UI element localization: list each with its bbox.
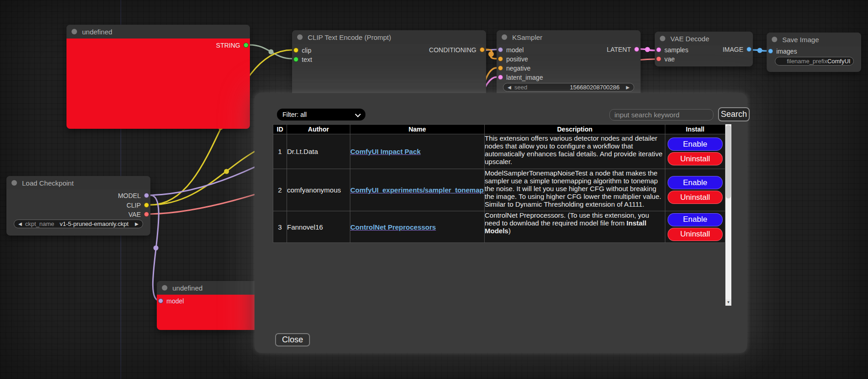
node-title-bar[interactable]: VAE Decode (655, 32, 753, 45)
collapse-dot-icon[interactable] (72, 29, 77, 34)
slot-dot-string[interactable] (243, 43, 249, 48)
node-title: Save Image (782, 36, 819, 44)
slot-dot-images[interactable] (768, 49, 773, 54)
ckpt-name-widget[interactable]: ◀ ckpt_name v1-5-pruned-emaonly.ckpt ▶ (14, 220, 143, 228)
increment-arrow-icon[interactable]: ▶ (135, 222, 138, 226)
enable-button[interactable]: Enable (668, 213, 723, 226)
cell-id: 1 (273, 134, 287, 169)
collapse-dot-icon[interactable] (772, 37, 777, 42)
slot-dot-positive[interactable] (498, 56, 503, 61)
error-node-body (66, 38, 250, 129)
input-slot-model[interactable]: model (498, 47, 524, 53)
table-row: 1Dr.Lt.DataComfyUI Impact PackThis exten… (273, 134, 725, 169)
output-slot-latent[interactable]: LATENT (607, 46, 639, 52)
slot-dot-vae[interactable] (144, 212, 149, 217)
slot-label: IMAGE (723, 46, 743, 53)
node-undefined-top[interactable]: undefined STRING (66, 25, 250, 129)
table-row: 3Fannovel16ControlNet PreprocessorsContr… (273, 211, 725, 243)
cell-description: ModelSamplerTonemapNoiseTest a node that… (485, 169, 665, 211)
node-title: undefined (172, 284, 203, 292)
cell-description: ControlNet Preprocessors. (To use this e… (485, 211, 665, 243)
decrement-arrow-icon[interactable]: ◀ (18, 222, 22, 226)
slot-dot-conditioning[interactable] (480, 47, 485, 52)
extensions-table: IDAuthorNameDescriptionInstall 1Dr.Lt.Da… (273, 124, 725, 243)
input-slot-samples[interactable]: samples (656, 47, 688, 53)
slot-dot-clip[interactable] (293, 48, 299, 53)
widget-name: ckpt_name (25, 220, 55, 227)
cell-name: ControlNet Preprocessors (350, 211, 485, 243)
scrollbar-thumb[interactable] (726, 125, 731, 198)
node-title: VAE Decode (670, 35, 709, 43)
enable-button[interactable]: Enable (668, 137, 723, 151)
slot-label: vae (664, 55, 675, 63)
table-scrollbar[interactable]: ▼ (725, 124, 731, 306)
collapse-dot-icon[interactable] (11, 180, 17, 186)
extension-link[interactable]: ControlNet Preprocessors (350, 223, 436, 231)
input-slot-positive[interactable]: positive (498, 56, 528, 62)
slot-dot-text[interactable] (293, 57, 299, 62)
slot-label: LATENT (607, 46, 631, 53)
slot-dot-image[interactable] (746, 47, 752, 52)
slot-dot-samples[interactable] (656, 47, 661, 52)
node-title-bar[interactable]: undefined (66, 25, 250, 38)
wire-dot (154, 246, 159, 251)
output-slot-conditioning[interactable]: CONDITIONING (429, 47, 485, 53)
node-title-bar[interactable]: KSampler (497, 30, 641, 44)
decrement-arrow-icon[interactable]: ◀ (508, 85, 511, 90)
cell-author: comfyanonymous (287, 169, 350, 211)
table-header-cell: Name (350, 125, 485, 134)
uninstall-button[interactable]: Uninstall (668, 191, 723, 204)
output-slot-vae[interactable]: VAE (128, 211, 149, 217)
input-slot-clip[interactable]: clip (293, 47, 311, 53)
cell-name: ComfyUI_experiments/sampler_tonemap (350, 169, 485, 211)
slot-dot-model[interactable] (144, 193, 149, 198)
node-title-bar[interactable]: Load Checkpoint (6, 176, 150, 190)
input-slot-text[interactable]: text (293, 56, 312, 62)
node-title-bar[interactable]: Save Image (767, 33, 861, 46)
slot-dot-clip[interactable] (144, 203, 149, 208)
output-slot-clip[interactable]: CLIP (127, 202, 149, 208)
slot-dot-model[interactable] (158, 298, 163, 303)
cell-author: Dr.Lt.Data (287, 134, 350, 169)
uninstall-button[interactable]: Uninstall (668, 152, 723, 165)
slot-dot-negative[interactable] (498, 66, 503, 71)
collapse-dot-icon[interactable] (502, 34, 507, 40)
manager-controls: Filter: all Search (277, 108, 750, 122)
node-title: CLIP Text Encode (Prompt) (308, 33, 391, 41)
scrollbar-down-arrow[interactable]: ▼ (725, 299, 731, 306)
input-slot-negative[interactable]: negative (498, 65, 531, 71)
slot-dot-latent-image[interactable] (498, 75, 503, 80)
filename-prefix-widget[interactable]: filename_prefix ComfyUI (775, 57, 854, 66)
node-title: KSampler (512, 33, 542, 41)
collapse-dot-icon[interactable] (660, 36, 665, 41)
collapse-dot-icon[interactable] (297, 34, 303, 40)
cell-install: EnableUninstall (665, 169, 725, 211)
slot-label: STRING (216, 42, 240, 49)
slot-label: clip (302, 47, 311, 54)
input-slot-latent-image[interactable]: latent_image (498, 74, 543, 80)
search-button[interactable]: Search (718, 107, 750, 121)
search-input[interactable] (609, 109, 713, 121)
slot-dot-vae[interactable] (656, 56, 661, 61)
slot-dot-model[interactable] (498, 47, 503, 52)
node-load-checkpoint[interactable]: Load Checkpoint MODEL CLIP VAE ◀ ckpt_na… (6, 176, 150, 236)
extension-link[interactable]: ComfyUI Impact Pack (350, 148, 420, 155)
collapse-dot-icon[interactable] (162, 285, 167, 291)
enable-button[interactable]: Enable (668, 176, 723, 189)
slot-dot-latent[interactable] (634, 47, 639, 52)
output-slot-image[interactable]: IMAGE (723, 46, 752, 52)
close-button[interactable]: Close (275, 333, 310, 346)
node-vae-decode[interactable]: VAE Decode samples vae IMAGE (655, 32, 753, 66)
output-slot-model[interactable]: MODEL (118, 192, 149, 198)
uninstall-button[interactable]: Uninstall (668, 228, 723, 241)
output-slot-string[interactable]: STRING (216, 42, 249, 48)
node-save-image[interactable]: Save Image images filename_prefix ComfyU… (767, 33, 861, 72)
extension-link[interactable]: ComfyUI_experiments/sampler_tonemap (350, 186, 484, 194)
node-title-bar[interactable]: CLIP Text Encode (Prompt) (292, 30, 486, 44)
input-slot-vae[interactable]: vae (656, 56, 675, 62)
filter-select[interactable]: Filter: all (277, 109, 365, 121)
input-slot-images[interactable]: images (768, 48, 797, 54)
increment-arrow-icon[interactable]: ▶ (626, 85, 630, 90)
input-slot-model[interactable]: model (158, 298, 184, 304)
seed-widget[interactable]: ◀ seed 156680208700286 ▶ (503, 83, 634, 92)
